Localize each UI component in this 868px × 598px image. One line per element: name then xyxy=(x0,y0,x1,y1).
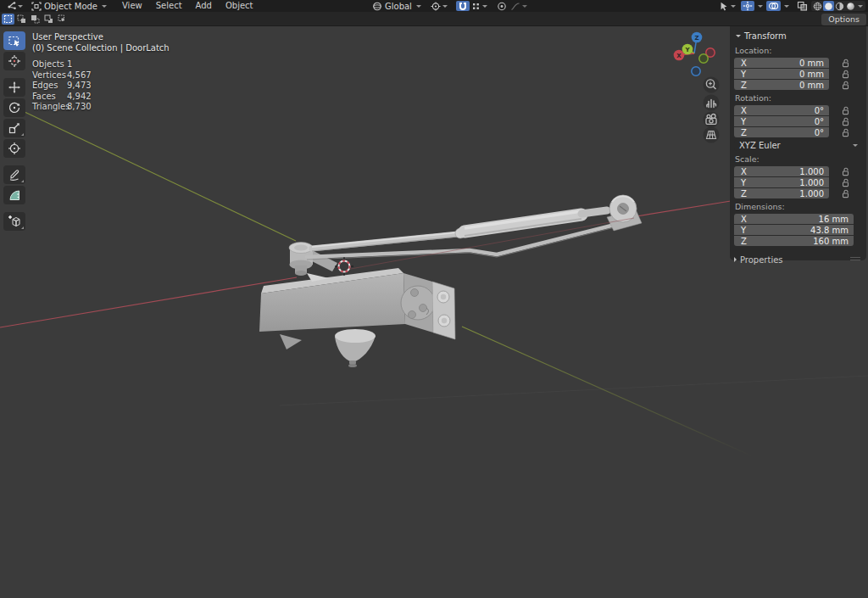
properties-panel-header[interactable]: Properties xyxy=(734,254,863,265)
editor-type-3d-viewport-icon xyxy=(5,1,16,11)
select-mode-intersect[interactable] xyxy=(56,14,69,25)
select-mode-set[interactable] xyxy=(2,14,14,25)
dimensions-y-field[interactable]: Y 43.8 mm xyxy=(734,225,854,235)
rotation-y-field[interactable]: Y 0° xyxy=(734,116,829,126)
axis-label: Z xyxy=(741,128,747,137)
shading-material-button[interactable] xyxy=(834,1,845,11)
scale-y-field[interactable]: Y 1.000 xyxy=(734,177,829,187)
chevron-down-icon xyxy=(853,144,858,147)
view-perspective-label: User Perspective xyxy=(32,32,170,42)
field-value: 160 mm xyxy=(813,237,849,246)
gizmo-x-label: X xyxy=(676,53,682,59)
show-overlays-toggle[interactable] xyxy=(766,1,781,11)
rotation-mode-dropdown[interactable]: XYZ Euler xyxy=(734,140,864,151)
tool-move[interactable] xyxy=(3,78,25,97)
object-type-visibility-dropdown[interactable] xyxy=(717,1,739,11)
location-z-field[interactable]: Z 0 mm xyxy=(734,80,829,90)
tool-rotate[interactable] xyxy=(3,98,25,117)
location-x-lock-button[interactable] xyxy=(842,59,850,68)
select-intersect-icon xyxy=(58,14,67,24)
dimensions-x-field[interactable]: X 16 mm xyxy=(734,214,854,224)
rotation-x-field[interactable]: X 0° xyxy=(734,105,829,115)
dimensions-z-row: Z 160 mm xyxy=(734,236,863,246)
tool-scale[interactable] xyxy=(3,119,25,137)
location-z-lock-button[interactable] xyxy=(842,81,850,90)
location-x-row: X 0 mm xyxy=(734,58,863,68)
transform-panel-title: Transform xyxy=(744,31,787,41)
tool-annotate[interactable] xyxy=(3,165,25,184)
location-x-field[interactable]: X 0 mm xyxy=(734,58,829,68)
select-mode-subtract[interactable] xyxy=(29,14,42,25)
gizmo-neg-z-handle[interactable] xyxy=(692,67,700,75)
dimensions-x-row: X 16 mm xyxy=(734,214,863,224)
tool-measure[interactable] xyxy=(3,186,25,204)
camera-view-button[interactable] xyxy=(703,111,720,128)
pan-button[interactable] xyxy=(703,94,720,111)
toggle-perspective-button[interactable] xyxy=(703,126,720,143)
mode-label: Object Mode xyxy=(44,2,97,11)
xray-toggle[interactable] xyxy=(795,1,810,11)
rotation-label: Rotation: xyxy=(735,93,863,103)
scale-z-lock-button[interactable] xyxy=(842,189,850,198)
rotation-x-lock-button[interactable] xyxy=(842,106,850,115)
menu-object[interactable]: Object xyxy=(219,0,260,12)
toolbar xyxy=(3,31,25,232)
menu-view[interactable]: View xyxy=(115,0,149,12)
tool-add-cube[interactable] xyxy=(3,212,25,231)
scale-z-row: Z 1.000 xyxy=(734,188,863,198)
menu-add[interactable]: Add xyxy=(189,0,219,12)
rotation-z-field[interactable]: Z 0° xyxy=(734,127,829,137)
editor-type-button[interactable] xyxy=(3,1,26,11)
mode-selector[interactable]: Object Mode xyxy=(30,1,110,11)
zoom-button[interactable] xyxy=(703,76,720,93)
tool-select-box[interactable] xyxy=(3,31,25,50)
scale-z-field[interactable]: Z 1.000 xyxy=(734,188,829,198)
select-mode-extend[interactable] xyxy=(15,14,28,25)
dimensions-label: Dimensions: xyxy=(735,202,863,211)
tool-settings-bar: Options xyxy=(0,12,868,26)
proportional-editing-toggle[interactable] xyxy=(495,1,509,11)
door-closer-model[interactable] xyxy=(259,195,642,367)
select-invert-icon xyxy=(44,14,53,24)
snap-toggle[interactable] xyxy=(456,1,470,11)
rotation-z-lock-button[interactable] xyxy=(842,128,850,137)
pivot-point-dropdown[interactable] xyxy=(429,1,451,11)
stat-edges: Edges 9,473 xyxy=(32,81,170,90)
select-mode-invert[interactable] xyxy=(42,14,55,25)
tool-transform[interactable] xyxy=(3,139,25,158)
gizmo-y-label: Y xyxy=(684,47,690,53)
dimensions-y-row: Y 43.8 mm xyxy=(734,225,863,235)
location-y-field[interactable]: Y 0 mm xyxy=(734,69,829,79)
axis-label: Y xyxy=(741,178,746,187)
proportional-falloff-dropdown[interactable] xyxy=(509,1,531,11)
gizmo-neg-y-handle[interactable] xyxy=(699,54,708,63)
shading-dropdown[interactable] xyxy=(858,5,863,8)
location-label: Location: xyxy=(735,46,863,55)
show-gizmo-toggle[interactable] xyxy=(741,1,754,11)
scale-x-lock-button[interactable] xyxy=(842,167,850,176)
shading-wireframe-button[interactable] xyxy=(812,1,823,11)
axis-label: Y xyxy=(741,70,746,79)
navigation-gizmo[interactable]: X Y Z xyxy=(670,25,721,80)
scale-x-field[interactable]: X 1.000 xyxy=(734,166,829,176)
shading-solid-button[interactable] xyxy=(823,1,834,11)
pivot-point-icon xyxy=(431,2,441,11)
transform-orientation-dropdown[interactable]: Global xyxy=(370,1,425,11)
transform-panel-header[interactable]: Transform xyxy=(734,30,863,42)
dimensions-z-field[interactable]: Z 160 mm xyxy=(734,236,854,246)
tool-cursor[interactable] xyxy=(3,52,25,70)
stat-faces: Faces 4,942 xyxy=(32,92,170,101)
rotation-y-lock-button[interactable] xyxy=(842,117,850,126)
field-value: 0° xyxy=(815,128,824,137)
viewport-header: Object Mode View Select Add Object Globa… xyxy=(0,0,868,12)
location-y-lock-button[interactable] xyxy=(842,70,850,79)
options-button[interactable]: Options xyxy=(821,14,866,25)
axis-label: Z xyxy=(741,81,747,90)
gizmo-icon xyxy=(743,1,753,11)
field-value: 1.000 xyxy=(799,167,824,176)
shading-rendered-button[interactable] xyxy=(845,1,856,11)
axis-label: Z xyxy=(741,237,747,246)
snap-settings-dropdown[interactable] xyxy=(470,1,491,11)
menu-select[interactable]: Select xyxy=(149,0,189,12)
scale-y-lock-button[interactable] xyxy=(842,178,850,187)
